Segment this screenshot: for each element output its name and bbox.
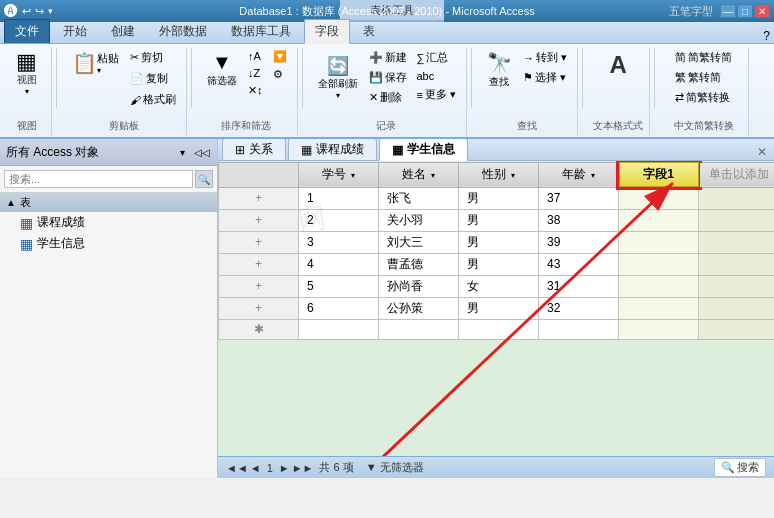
cell-性别[interactable]: 男: [459, 231, 539, 253]
tab-create[interactable]: 创建: [100, 19, 146, 43]
tab-table[interactable]: 表: [352, 19, 386, 43]
cell-年龄[interactable]: 32: [539, 297, 619, 319]
col-header-id[interactable]: 学号 ▾: [299, 162, 379, 187]
search-button[interactable]: 🔍: [195, 170, 213, 188]
cut-button[interactable]: ✂ 剪切: [126, 48, 180, 67]
minimize-button[interactable]: —: [720, 4, 736, 18]
cell-年龄[interactable]: 31: [539, 275, 619, 297]
expand-cell[interactable]: +: [219, 297, 299, 319]
remove-sort-button[interactable]: ✕↕: [244, 82, 267, 99]
simp-to-trad-button[interactable]: 繁 繁转简: [671, 68, 736, 87]
expand-cell[interactable]: +: [219, 253, 299, 275]
more-button[interactable]: ≡ 更多 ▾: [413, 85, 460, 104]
advanced-filter-button[interactable]: ⚙: [269, 66, 291, 83]
expand-cell[interactable]: +: [219, 231, 299, 253]
help-button[interactable]: ?: [763, 29, 770, 43]
new-row-cell[interactable]: [699, 319, 775, 339]
cell-性别[interactable]: 女: [459, 275, 539, 297]
maximize-button[interactable]: □: [737, 4, 753, 18]
doc-tab-student-info[interactable]: ▦ 学生信息: [379, 139, 468, 161]
cell-学号[interactable]: 2: [299, 209, 379, 231]
close-tab-button[interactable]: ✕: [754, 144, 770, 160]
cell-年龄[interactable]: 38: [539, 209, 619, 231]
tab-external-data[interactable]: 外部数据: [148, 19, 218, 43]
cell-字段1[interactable]: [619, 187, 699, 209]
nav-item-student-info[interactable]: ▦ 学生信息: [0, 233, 217, 254]
save-record-button[interactable]: 💾 保存: [365, 68, 411, 87]
cell-学号[interactable]: 6: [299, 297, 379, 319]
cell-年龄[interactable]: 43: [539, 253, 619, 275]
delete-record-button[interactable]: ✕ 删除: [365, 88, 411, 107]
record-nav-prev[interactable]: ◄: [250, 462, 261, 474]
cell-姓名[interactable]: 关小羽: [379, 209, 459, 231]
cell-字段1[interactable]: [619, 297, 699, 319]
tab-start[interactable]: 开始: [52, 19, 98, 43]
sort-desc-button[interactable]: ↓Z: [244, 65, 267, 81]
col-header-name[interactable]: 姓名 ▾: [379, 162, 459, 187]
format-paint-button[interactable]: 🖌 格式刷: [126, 90, 180, 109]
search-input[interactable]: [4, 170, 193, 188]
toggle-filter-button[interactable]: 🔽: [269, 48, 291, 65]
cell-学号[interactable]: 4: [299, 253, 379, 275]
cell-性别[interactable]: 男: [459, 209, 539, 231]
close-button[interactable]: ✕: [754, 4, 770, 18]
expand-cell[interactable]: +: [219, 209, 299, 231]
new-row-cell[interactable]: [299, 319, 379, 339]
new-record-button[interactable]: ➕ 新建: [365, 48, 411, 67]
tab-file[interactable]: 文件: [4, 19, 50, 43]
quick-access-redo[interactable]: ↪: [35, 5, 44, 18]
cell-姓名[interactable]: 张飞: [379, 187, 459, 209]
quick-access-undo[interactable]: ↩: [22, 5, 31, 18]
filter-button[interactable]: ▼ 筛选器: [202, 48, 242, 91]
new-row-cell[interactable]: [379, 319, 459, 339]
new-row-cell[interactable]: [459, 319, 539, 339]
nav-item-course-grades[interactable]: ▦ 课程成绩: [0, 212, 217, 233]
col-header-gender[interactable]: 性别 ▾: [459, 162, 539, 187]
text-format-button[interactable]: A: [603, 48, 633, 82]
cell-学号[interactable]: 5: [299, 275, 379, 297]
cell-姓名[interactable]: 公孙策: [379, 297, 459, 319]
goto-button[interactable]: → 转到 ▾: [519, 48, 571, 67]
cell-性别[interactable]: 男: [459, 187, 539, 209]
view-button[interactable]: ▦ 视图 ▾: [11, 48, 42, 99]
col-header-field1[interactable]: 字段1: [619, 162, 699, 187]
nav-section-tables[interactable]: ▲ 表: [0, 193, 217, 212]
cell-性别[interactable]: 男: [459, 297, 539, 319]
cell-学号[interactable]: 3: [299, 231, 379, 253]
expand-cell[interactable]: +: [219, 187, 299, 209]
new-row-cell[interactable]: [619, 319, 699, 339]
col-header-add[interactable]: 单击以添加: [699, 162, 775, 187]
copy-button[interactable]: 📄 复制: [126, 69, 180, 88]
new-row-cell[interactable]: [539, 319, 619, 339]
doc-tab-relation[interactable]: ⊞ 关系: [222, 139, 286, 160]
tab-field[interactable]: 字段: [304, 19, 350, 44]
table-container[interactable]: 学号 ▾ 姓名 ▾ 性别 ▾: [218, 161, 774, 456]
col-header-age[interactable]: 年龄 ▾: [539, 162, 619, 187]
convert-button[interactable]: ⇄ 简繁转换: [671, 88, 736, 107]
sort-asc-button[interactable]: ↑A: [244, 48, 267, 64]
expand-cell[interactable]: +: [219, 275, 299, 297]
cell-姓名[interactable]: 刘大三: [379, 231, 459, 253]
tab-database-tools[interactable]: 数据库工具: [220, 19, 302, 43]
paste-button[interactable]: 📋 粘贴 ▾: [67, 48, 124, 78]
record-nav-last[interactable]: ►►: [292, 462, 314, 474]
cell-姓名[interactable]: 曹孟德: [379, 253, 459, 275]
cell-字段1[interactable]: [619, 253, 699, 275]
doc-tab-course-grades[interactable]: ▦ 课程成绩: [288, 139, 377, 160]
select-button[interactable]: ⚑ 选择 ▾: [519, 68, 571, 87]
spell-check-button[interactable]: abc: [413, 68, 460, 84]
cell-年龄[interactable]: 37: [539, 187, 619, 209]
refresh-button[interactable]: 🔄 全部刷新 ▾: [313, 48, 363, 107]
nav-panel-menu-button[interactable]: ▾: [173, 143, 191, 161]
record-nav-first[interactable]: ◄◄: [226, 462, 248, 474]
cell-性别[interactable]: 男: [459, 253, 539, 275]
record-nav-next[interactable]: ►: [279, 462, 290, 474]
find-button[interactable]: 🔭 查找: [482, 48, 517, 92]
nav-panel-collapse-button[interactable]: ◁◁: [193, 143, 211, 161]
cell-字段1[interactable]: [619, 209, 699, 231]
cell-姓名[interactable]: 孙尚香: [379, 275, 459, 297]
cell-学号[interactable]: 1: [299, 187, 379, 209]
sum-button[interactable]: ∑ 汇总: [413, 48, 460, 67]
cell-年龄[interactable]: 39: [539, 231, 619, 253]
quick-access-dropdown[interactable]: ▾: [48, 6, 53, 16]
